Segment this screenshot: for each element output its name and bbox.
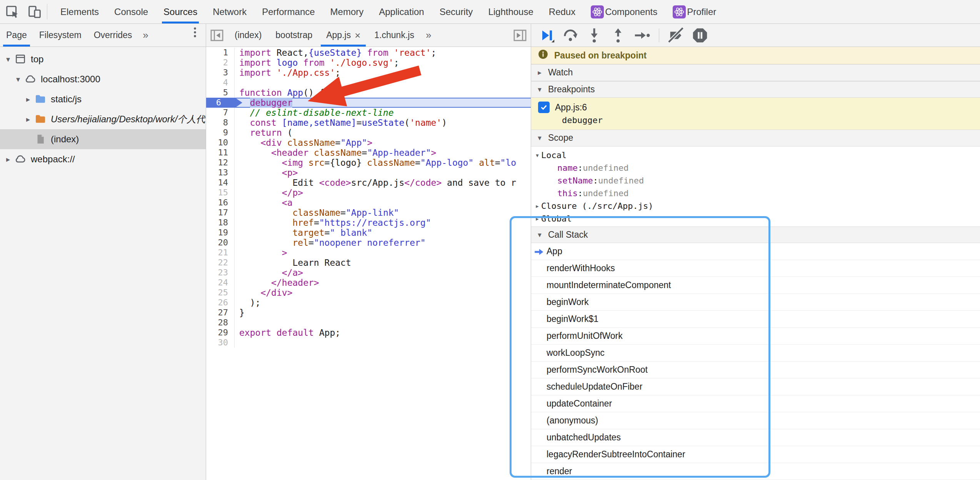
tab-network[interactable]: Network [205, 0, 254, 23]
line-number[interactable]: 22 [206, 258, 235, 268]
line-number[interactable]: 21 [206, 248, 235, 258]
code-editor[interactable]: 1import React,{useState} from 'react';2i… [206, 47, 531, 480]
navigator-tab-page[interactable]: Page [0, 24, 33, 47]
chevron-right-icon[interactable]: ▸ [23, 115, 33, 124]
line-number[interactable]: 1 [206, 48, 235, 58]
line-number[interactable]: 14 [206, 178, 235, 188]
show-debugger-panel-icon[interactable] [509, 24, 531, 47]
line-number[interactable]: 3 [206, 68, 235, 78]
line-number[interactable]: 12 [206, 158, 235, 168]
tab-memory[interactable]: Memory [323, 0, 372, 23]
resume-button[interactable] [537, 26, 557, 45]
line-number[interactable]: 6 [206, 98, 235, 108]
tree-item-index[interactable]: (index) [0, 129, 206, 149]
tree-item-top[interactable]: ▾top [0, 49, 206, 69]
tree-item-webpack[interactable]: ▸webpack:// [0, 149, 206, 169]
file-tab-bootstrap[interactable]: bootstrap [268, 24, 319, 47]
tab-console[interactable]: Console [107, 0, 156, 23]
deactivate-breakpoints-button[interactable] [666, 26, 686, 45]
tab-performance[interactable]: Performance [254, 0, 322, 23]
line-number[interactable]: 2 [206, 58, 235, 68]
scope-section-header[interactable]: ▾ Scope [531, 130, 980, 146]
line-number[interactable]: 19 [206, 228, 235, 238]
callstack-frame-anonymous[interactable]: (anonymous) [531, 412, 980, 429]
line-number[interactable]: 7 [206, 108, 235, 118]
callstack-frame-unbatchedupdates[interactable]: unbatchedUpdates [531, 429, 980, 446]
line-number[interactable]: 27 [206, 308, 235, 318]
line-number[interactable]: 9 [206, 128, 235, 138]
line-number[interactable]: 4 [206, 78, 235, 88]
breakpoint-entry[interactable]: App.js:6 debugger [531, 98, 980, 130]
more-tabs-chevron[interactable]: » [138, 24, 153, 47]
line-number[interactable]: 10 [206, 138, 235, 148]
line-number[interactable]: 8 [206, 118, 235, 128]
tab-redux[interactable]: Redux [541, 0, 583, 23]
tree-item-localhost-3000[interactable]: ▾localhost:3000 [0, 69, 206, 89]
line-number[interactable]: 28 [206, 318, 235, 328]
tab-sources[interactable]: Sources [156, 0, 205, 23]
step-out-button[interactable] [608, 26, 628, 45]
navigator-tab-filesystem[interactable]: Filesystem [33, 24, 88, 47]
file-tab-index[interactable]: (index) [228, 24, 268, 47]
chevron-down-icon[interactable]: ▾ [13, 75, 23, 84]
line-number[interactable]: 30 [206, 338, 235, 348]
callstack-frame-render[interactable]: render [531, 463, 980, 480]
tab-lighthouse[interactable]: Lighthouse [480, 0, 541, 23]
step-into-button[interactable] [584, 26, 604, 45]
callstack-section-header[interactable]: ▾ Call Stack [531, 227, 980, 243]
scope-entry-name[interactable]: name: undefined [531, 162, 980, 174]
line-number[interactable]: 16 [206, 198, 235, 208]
file-tab-1-chunk-js[interactable]: 1.chunk.js [367, 24, 421, 47]
line-number[interactable]: 23 [206, 268, 235, 278]
chevron-right-icon[interactable]: ▸ [3, 155, 13, 164]
tab-security[interactable]: Security [432, 0, 481, 23]
more-files-chevron[interactable]: » [421, 24, 436, 47]
line-number[interactable]: 11 [206, 148, 235, 158]
overflow-menu-icon[interactable] [187, 24, 203, 41]
chevron-down-icon[interactable]: ▾ [3, 55, 13, 64]
line-number[interactable]: 24 [206, 278, 235, 288]
line-number[interactable]: 17 [206, 208, 235, 218]
step-over-button[interactable] [560, 26, 580, 45]
tab-elements[interactable]: Elements [53, 0, 107, 23]
pause-on-exceptions-button[interactable] [690, 26, 710, 45]
callstack-frame-beginwork[interactable]: beginWork [531, 294, 980, 311]
line-number[interactable]: 13 [206, 168, 235, 178]
navigator-tab-overrides[interactable]: Overrides [88, 24, 138, 47]
line-number[interactable]: 25 [206, 288, 235, 298]
callstack-frame-mountindeterminatecomponent[interactable]: mountIndeterminateComponent [531, 277, 980, 294]
callstack-frame-scheduleupdateonfiber[interactable]: scheduleUpdateOnFiber [531, 378, 980, 395]
scope-entry-setname[interactable]: setName: undefined [531, 174, 980, 187]
callstack-frame-beginwork-1[interactable]: beginWork$1 [531, 311, 980, 328]
callstack-frame-app[interactable]: App [531, 243, 980, 260]
close-tab-icon[interactable]: × [355, 30, 360, 40]
file-tab-app-js[interactable]: App.js× [319, 24, 367, 47]
breakpoints-section-header[interactable]: ▾ Breakpoints [531, 81, 980, 98]
callstack-frame-performsyncworkonroot[interactable]: performSyncWorkOnRoot [531, 362, 980, 378]
line-number[interactable]: 29 [206, 328, 235, 338]
callstack-frame-legacyrendersubtreeintocontainer[interactable]: legacyRenderSubtreeIntoContainer [531, 446, 980, 463]
step-button[interactable] [632, 26, 652, 45]
inspect-element-icon[interactable] [4, 3, 21, 20]
tab-profiler[interactable]: Profiler [665, 0, 724, 23]
line-number[interactable]: 15 [206, 188, 235, 198]
tab-components[interactable]: Components [583, 0, 665, 23]
tree-item-users-hejialiang-desktop-work[interactable]: ▸Users/hejialiang/Desktop/work/个人代码 [0, 109, 206, 129]
tab-application[interactable]: Application [371, 0, 432, 23]
device-toolbar-icon[interactable] [26, 3, 43, 20]
tree-item-static-js[interactable]: ▸static/js [0, 89, 206, 109]
callstack-frame-updatecontainer[interactable]: updateContainer [531, 395, 980, 412]
breakpoint-checkbox[interactable] [538, 102, 550, 113]
line-number[interactable]: 18 [206, 218, 235, 228]
watch-section-header[interactable]: ▸ Watch [531, 64, 980, 81]
chevron-right-icon[interactable]: ▸ [23, 95, 33, 104]
scope-global[interactable]: ▸ Global [531, 212, 980, 225]
line-number[interactable]: 5 [206, 88, 235, 98]
scope-closure[interactable]: ▸ Closure (./src/App.js) [531, 200, 980, 212]
callstack-frame-workloopsync[interactable]: workLoopSync [531, 345, 980, 362]
scope-entry-this[interactable]: this: undefined [531, 187, 980, 200]
collapse-navigator-icon[interactable] [206, 24, 228, 47]
scope-local[interactable]: ▾ Local [531, 149, 980, 162]
line-number[interactable]: 20 [206, 238, 235, 248]
line-number[interactable]: 26 [206, 298, 235, 308]
